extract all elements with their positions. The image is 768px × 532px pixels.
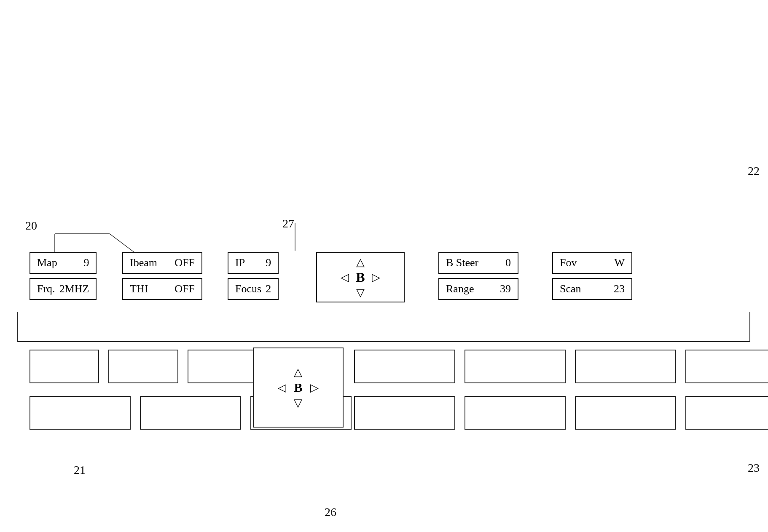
ibeam-value: OFF — [175, 257, 195, 269]
frq-value: 2MHZ — [59, 283, 89, 295]
kb-key-3[interactable] — [188, 350, 257, 383]
focus-label: Focus — [235, 283, 261, 295]
ip-value: 9 — [266, 257, 271, 269]
bsteer-range-group: B Steer 0 Range 39 — [438, 252, 518, 300]
map-value: 9 — [83, 257, 89, 269]
kb-row2-right — [354, 396, 768, 430]
ref-22: 22 — [748, 164, 760, 178]
kb-key-13[interactable] — [465, 396, 566, 430]
kb-nav-block[interactable]: △ ◁ B ▷ ▽ — [253, 348, 344, 428]
scan-label: Scan — [560, 283, 581, 295]
kb-row1-right — [354, 350, 768, 383]
bsteer-box[interactable]: B Steer 0 — [438, 252, 518, 274]
ip-focus-group: IP 9 Focus 2 — [228, 252, 279, 300]
thi-box[interactable]: THI OFF — [122, 278, 202, 300]
thi-value: OFF — [175, 283, 195, 295]
focus-box[interactable]: Focus 2 — [228, 278, 279, 300]
thi-label: THI — [130, 283, 148, 295]
frq-box[interactable]: Frq. 2MHZ — [30, 278, 97, 300]
kb-nav-up[interactable]: △ — [294, 366, 302, 379]
fov-value: W — [614, 257, 625, 269]
map-frq-group: Map 9 Frq. 2MHZ — [30, 252, 97, 300]
ref-21: 21 — [74, 463, 86, 477]
nav-box-main[interactable]: △ ◁ B ▷ ▽ — [316, 252, 405, 302]
focus-value: 2 — [266, 283, 271, 295]
map-box[interactable]: Map 9 — [30, 252, 97, 274]
bsteer-label: B Steer — [446, 257, 478, 269]
nav-right-arrow[interactable]: ▷ — [372, 271, 380, 284]
nav-left-arrow[interactable]: ◁ — [341, 271, 349, 284]
range-box[interactable]: Range 39 — [438, 278, 518, 300]
nav-b-label[interactable]: B — [356, 270, 365, 285]
kb-key-5[interactable] — [465, 350, 566, 383]
kb-key-9[interactable] — [30, 396, 131, 430]
range-label: Range — [446, 283, 474, 295]
map-label: Map — [37, 257, 57, 269]
range-value: 39 — [500, 283, 511, 295]
frq-label: Frq. — [37, 283, 55, 295]
ref-23: 23 — [748, 461, 760, 475]
kb-key-12[interactable] — [354, 396, 455, 430]
ip-label: IP — [235, 257, 245, 269]
ref-20: 20 — [25, 219, 37, 233]
ip-box[interactable]: IP 9 — [228, 252, 279, 274]
ref-26: 26 — [325, 505, 336, 519]
fov-label: Fov — [560, 257, 577, 269]
kb-nav-down[interactable]: ▽ — [294, 396, 302, 409]
kb-key-10[interactable] — [140, 396, 241, 430]
kb-key-4[interactable] — [354, 350, 455, 383]
nav-up-arrow[interactable]: △ — [356, 256, 365, 269]
kb-row1-left — [30, 350, 257, 383]
nav-down-arrow[interactable]: ▽ — [356, 286, 365, 299]
kb-key-7[interactable] — [685, 350, 768, 383]
kb-nav-right[interactable]: ▷ — [310, 381, 319, 394]
scan-box[interactable]: Scan 23 — [552, 278, 632, 300]
kb-key-1[interactable] — [30, 350, 99, 383]
kb-nav-center[interactable]: B — [294, 380, 302, 395]
fov-scan-group: Fov W Scan 23 — [552, 252, 632, 300]
ibeam-box[interactable]: Ibeam OFF — [122, 252, 202, 274]
kb-key-2[interactable] — [108, 350, 178, 383]
fov-box[interactable]: Fov W — [552, 252, 632, 274]
kb-key-14[interactable] — [575, 396, 676, 430]
ibeam-thi-group: Ibeam OFF THI OFF — [122, 252, 202, 300]
scan-value: 23 — [614, 283, 625, 295]
bsteer-value: 0 — [505, 257, 511, 269]
ref-27: 27 — [282, 217, 294, 230]
kb-key-15[interactable] — [685, 396, 768, 430]
ibeam-label: Ibeam — [130, 257, 157, 269]
kb-key-6[interactable] — [575, 350, 676, 383]
kb-nav-left[interactable]: ◁ — [278, 381, 286, 394]
